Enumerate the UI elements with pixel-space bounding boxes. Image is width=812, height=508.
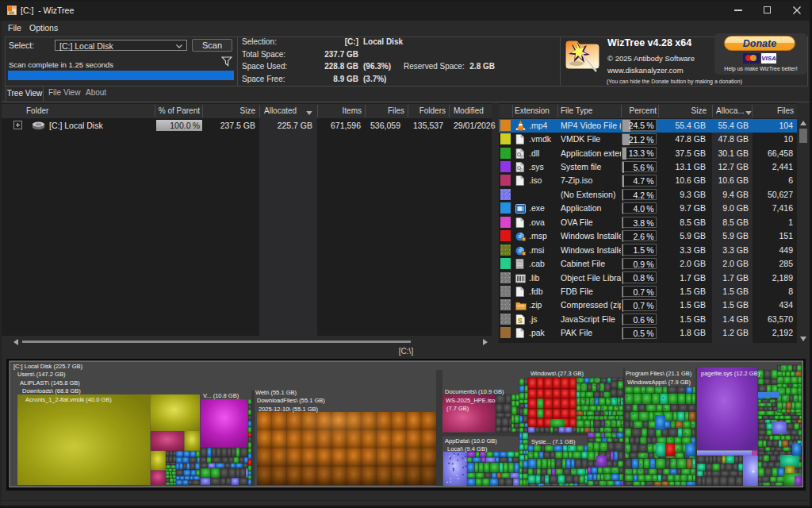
svg-text:Program Files\ (21.1 GB): Program Files\ (21.1 GB) — [626, 370, 692, 377]
svg-text:DownloadFiles\ (55.1 GB): DownloadFiles\ (55.1 GB) — [257, 397, 325, 404]
svg-text:AppData\ (10.0 GB): AppData\ (10.0 GB) — [445, 437, 497, 444]
svg-text:Web\ (55.1 GB): Web\ (55.1 GB) — [255, 389, 297, 396]
svg-text:(7.7 GB): (7.7 GB) — [446, 405, 469, 412]
svg-text:WindowsApps\ (7.9 GB): WindowsApps\ (7.9 GB) — [627, 379, 691, 386]
svg-text:ALIPLAST\ (145.8 GB): ALIPLAST\ (145.8 GB) — [20, 379, 80, 387]
svg-text:Acronis_1_2-flat.vmdk (40.0 GB: Acronis_1_2-flat.vmdk (40.0 GB) — [25, 396, 112, 403]
svg-text:2025-12-10\ (55.1 GB): 2025-12-10\ (55.1 GB) — [259, 406, 319, 413]
svg-text:Windows\ (27.3 GB): Windows\ (27.3 GB) — [530, 370, 584, 377]
svg-text:Syste... (7.1 GB): Syste... (7.1 GB) — [531, 438, 576, 445]
svg-text:Users\ (147.2 GB): Users\ (147.2 GB) — [17, 371, 66, 378]
svg-text:Local\ (9.4 GB): Local\ (9.4 GB) — [447, 445, 488, 452]
svg-text:pagefile.sys (12.2 GB): pagefile.sys (12.2 GB) — [701, 370, 760, 377]
svg-text:Documents\ (10.9 GB): Documents\ (10.9 GB) — [445, 388, 504, 395]
svg-text:[C:] Local Disk (225.7 GB): [C:] Local Disk (225.7 GB) — [13, 363, 83, 370]
svg-text:S: S — [518, 316, 523, 324]
svg-text:WS-2025_HPE.iso: WS-2025_HPE.iso — [446, 397, 496, 404]
svg-text:Downloads\ (68.8 GB): Downloads\ (68.8 GB) — [22, 387, 81, 394]
svg-text:V... (10.8 GB): V... (10.8 GB) — [203, 392, 239, 399]
